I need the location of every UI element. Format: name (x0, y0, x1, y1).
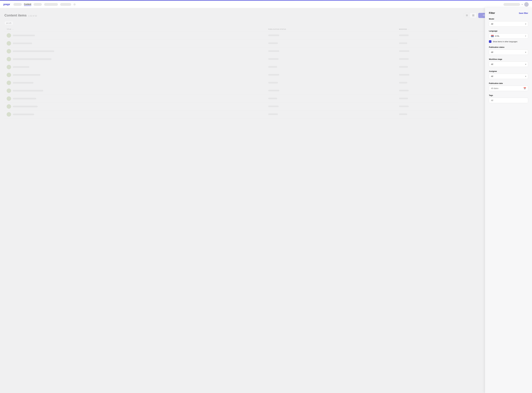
table-row[interactable] (5, 71, 527, 79)
row-pub-status (266, 79, 397, 87)
list-view-button[interactable] (464, 13, 470, 18)
page-title: Content items (5, 13, 27, 17)
filter-section-pub-date: Publication date 📅 (489, 82, 528, 91)
row-title-skeleton (13, 98, 36, 99)
filter-section-assignee: Assignee All (489, 70, 528, 79)
page-title-area: Content items 1-32 of 32 (5, 13, 37, 17)
row-avatar (7, 65, 11, 69)
workflow-select-wrapper: All (489, 62, 528, 67)
table-row[interactable] (5, 87, 527, 95)
row-title-cell (7, 49, 264, 54)
table-row[interactable] (5, 95, 527, 103)
row-avatar (7, 57, 11, 61)
table-row[interactable] (5, 79, 527, 87)
row-pub-skeleton (268, 98, 277, 99)
user-avatar[interactable] (524, 2, 529, 7)
model-select-wrapper: All (489, 21, 528, 27)
row-mod-skeleton (399, 90, 409, 91)
table-row[interactable] (5, 47, 527, 55)
model-label: Model (489, 18, 528, 20)
nav-dropdown-chevron-icon: ▾ (522, 4, 522, 5)
pub-status-label: Publication status (489, 46, 528, 48)
workflow-select[interactable]: All (489, 62, 528, 67)
row-title-cell (7, 41, 264, 46)
modified-sort-icons: ↓↑ (408, 29, 409, 30)
nav-pill-2 (34, 3, 42, 6)
svg-rect-5 (472, 15, 473, 16)
row-avatar (7, 96, 11, 101)
row-title-skeleton (13, 58, 52, 60)
row-mod-skeleton (399, 98, 408, 99)
row-pub-skeleton (268, 113, 278, 115)
save-filter-button[interactable]: Save filter (519, 12, 528, 14)
tags-input[interactable] (489, 98, 528, 103)
table-row[interactable] (5, 55, 527, 63)
language-select[interactable]: nl-NL ▾ (489, 33, 528, 39)
row-pub-status (266, 63, 397, 71)
row-pub-skeleton (268, 74, 279, 76)
row-title-cell (7, 88, 264, 93)
assignee-select-wrapper: All (489, 74, 528, 79)
nav-tab-content[interactable]: Content (24, 3, 31, 6)
row-title-skeleton (13, 66, 29, 68)
content-table: TITLE ↓↑ PUBLICATION STATUS MODIFIED ↓↑ (5, 27, 527, 118)
language-label: Language (489, 30, 528, 32)
calendar-icon: 📅 (523, 87, 526, 90)
filter-section-tags: Tags (489, 94, 528, 103)
row-title-cell (7, 65, 264, 69)
svg-rect-4 (473, 15, 474, 15)
column-header-pub-status: PUBLICATION STATUS (266, 27, 397, 32)
table-row[interactable] (5, 111, 527, 118)
row-pub-skeleton (268, 58, 278, 60)
table-row[interactable] (5, 32, 527, 39)
model-select[interactable]: All (489, 21, 528, 27)
row-pub-skeleton (268, 82, 278, 84)
row-title-skeleton (13, 113, 34, 115)
grid-view-button[interactable] (470, 13, 477, 18)
pub-date-input-wrapper: 📅 (489, 86, 528, 91)
locale-badge[interactable]: en-US (5, 21, 13, 25)
row-avatar (7, 41, 11, 46)
row-pub-skeleton (268, 90, 279, 91)
nav-pill-1 (13, 3, 22, 6)
row-title-cell (7, 112, 264, 117)
row-pub-skeleton (268, 50, 279, 52)
row-pub-skeleton (268, 42, 278, 44)
filter-section-language: Language nl-NL ▾ Show items in other lan… (489, 30, 528, 43)
page-header: Content items 1-32 of 32 (5, 13, 527, 18)
pub-status-select[interactable]: All (489, 49, 528, 55)
row-mod-skeleton (399, 82, 407, 84)
nav-pills-row: Content (13, 3, 500, 6)
row-mod-skeleton (399, 113, 407, 115)
row-mod-skeleton (399, 74, 409, 76)
row-title-skeleton (13, 82, 34, 84)
row-pub-skeleton (268, 106, 278, 107)
row-title-skeleton (13, 90, 43, 92)
show-other-languages-checkbox[interactable] (489, 40, 491, 43)
row-title-cell (7, 33, 264, 38)
table-row[interactable] (5, 103, 527, 111)
nav-pill-3 (44, 3, 58, 6)
filter-section-model: Model All (489, 18, 528, 27)
row-pub-status (266, 39, 397, 47)
row-avatar (7, 81, 11, 85)
row-avatar (7, 49, 11, 54)
table-row[interactable] (5, 63, 527, 71)
row-title-cell (7, 57, 264, 61)
top-navigation: prepr Content ▾ (0, 0, 532, 8)
assignee-select[interactable]: All (489, 74, 528, 79)
filter-header: Filter Save filter (489, 12, 528, 15)
table-row[interactable] (5, 39, 527, 47)
row-avatar (7, 112, 11, 117)
row-pub-status (266, 87, 397, 95)
column-header-title[interactable]: TITLE ↓↑ (5, 27, 266, 32)
page-count: 1-32 of 32 (28, 15, 37, 17)
row-pub-skeleton (268, 66, 277, 68)
row-avatar (7, 104, 11, 109)
pub-date-input[interactable] (489, 86, 528, 91)
tags-label: Tags (489, 94, 528, 96)
pub-date-label: Publication date (489, 82, 528, 84)
language-chevron-icon: ▾ (525, 35, 526, 37)
row-mod-skeleton (399, 34, 409, 36)
svg-rect-6 (473, 15, 474, 16)
